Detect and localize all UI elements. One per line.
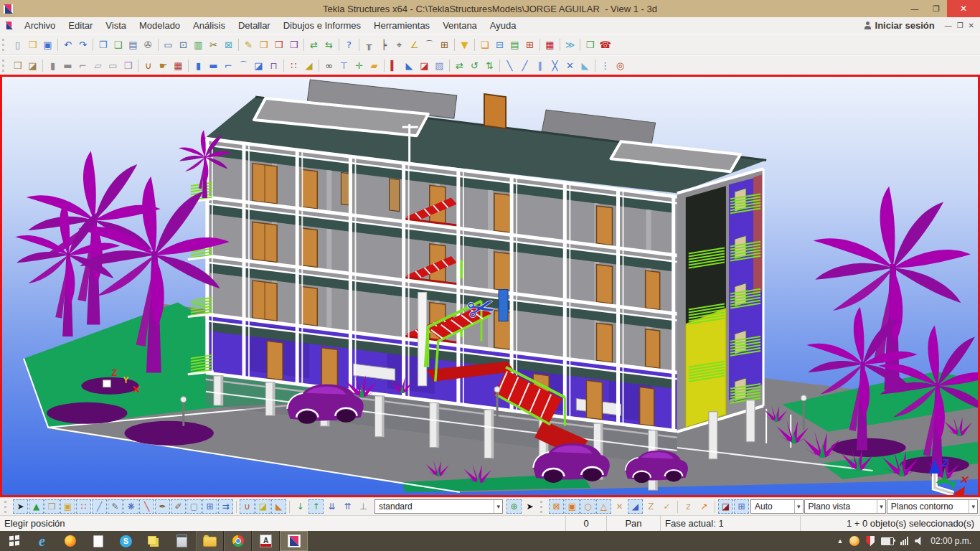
menu-item-archivo[interactable]: Archivo [18,21,62,30]
angle-icon[interactable]: ∠ [407,37,422,52]
select-parts-icon[interactable]: ❒ [44,499,60,514]
sticky-notes-icon[interactable] [140,531,168,551]
select-reinforcement-icon[interactable]: ◪ [255,499,270,514]
concrete-slab-icon[interactable]: ▱ [90,58,105,73]
rotate-icon[interactable]: ↺ [467,58,482,73]
network-signal-icon[interactable] [900,537,908,545]
select-points-icon[interactable]: ∷ [76,499,91,514]
rebar-bar-icon[interactable]: ▍ [387,58,402,73]
snap-settings-icon[interactable]: ✛ [352,58,367,73]
sync-model-icon[interactable]: ⇆ [321,37,336,52]
tray-expand-icon[interactable]: ▲ [837,538,843,545]
calculator-icon[interactable] [168,531,196,551]
firefox-icon[interactable] [56,531,84,551]
select-object-level-icon[interactable]: ⊥ [356,499,371,514]
copy-special-icon[interactable]: ❑ [110,37,126,52]
cut-icon[interactable]: ✂ [206,37,221,52]
select-objects-in-components-icon[interactable]: ▣ [60,499,75,514]
minimize-button[interactable]: — [904,0,925,17]
move-icon[interactable]: ⇄ [452,58,467,73]
snap-confirm-icon[interactable]: ✓ [659,499,674,514]
select-cuts-icon[interactable]: ╲ [139,499,154,514]
concrete-panel-icon[interactable]: ▭ [105,58,121,73]
undo-icon[interactable]: ↶ [60,37,75,52]
antivirus-tray-icon[interactable] [849,536,859,546]
snap-centers-icon[interactable]: ○ [580,499,595,514]
menu-item-detallar[interactable]: Detallar [232,21,277,30]
support-icon[interactable]: ☎ [598,37,613,52]
select-component-down-icon[interactable]: ⇊ [324,499,339,514]
snap-extension-icon[interactable]: ✕ [562,58,578,73]
view-list-icon[interactable]: ▥ [191,37,206,52]
doc-minimize-icon[interactable]: — [945,22,952,29]
bolts-icon[interactable]: ∷ [286,58,301,73]
menu-item-ayuda[interactable]: Ayuda [484,21,523,30]
phase-filter-icon[interactable]: ⊕ [507,499,522,514]
work-plane-icon[interactable]: ⊤ [336,58,352,73]
spools-icon[interactable]: ▦ [542,37,557,52]
snap-intersections-icon[interactable]: ✕ [612,499,627,514]
menu-item-ventana[interactable]: Ventana [436,21,484,30]
selection-filter-dropdown[interactable]: standard ▾ [374,499,503,514]
clipboard-icon[interactable]: ✇ [141,37,156,52]
select-components-icon[interactable]: ▲ [29,499,44,514]
profile-catalog-icon[interactable]: ❒ [256,37,271,52]
rebar-mesh-icon[interactable]: ◪ [417,58,432,73]
select-filters-icon[interactable]: ⇉ [218,499,233,514]
point-icon[interactable]: ⌖ [392,37,407,52]
snap-midpoints-icon[interactable]: △ [596,499,611,514]
select-grids-icon[interactable]: ╱ [92,499,107,514]
grid-plane-icon[interactable]: ⊞ [437,37,452,52]
more-tools-icon[interactable]: ≫ [562,37,578,52]
menu-item-vista[interactable]: Vista [99,21,133,30]
applications-icon[interactable]: ❒ [286,37,301,52]
concrete-item-icon[interactable]: ❒ [121,58,136,73]
import-icon[interactable]: ❒ [583,37,598,52]
select-bolts-icon[interactable]: ∪ [240,499,255,514]
mesh-icon[interactable]: ▦ [171,58,186,73]
grid-line-icon[interactable]: ╞ [377,37,392,52]
object-browser-icon[interactable]: ⊟ [492,37,507,52]
new-model-icon[interactable]: ▯ [10,37,25,52]
concrete-beam-icon[interactable]: ▬ [60,58,75,73]
report-icon[interactable]: ▤ [507,37,522,52]
redo-icon[interactable]: ↷ [75,37,90,52]
snap-points-icon[interactable]: ⊠ [549,499,564,514]
grid-snap-icon[interactable]: ⊞ [734,499,749,514]
object-properties-icon[interactable]: ✎ [241,37,256,52]
new-view-icon[interactable]: ▭ [161,37,176,52]
select-assembly-up-icon[interactable]: ↑ [308,499,324,514]
open-model-icon[interactable]: ❒ [25,37,40,52]
close-button[interactable]: ✕ [947,0,980,17]
skype-icon[interactable]: S [112,531,140,551]
chrome-icon[interactable] [224,531,252,551]
snap-line-ends-icon[interactable]: Z [644,499,659,514]
menu-item-editar[interactable]: Editar [62,21,99,30]
paste-icon[interactable]: ▤ [126,37,141,52]
toolbar-grip[interactable] [4,501,9,513]
select-surfaces-icon[interactable]: ◣ [271,499,286,514]
snap-intersection-icon[interactable]: ╳ [547,58,562,73]
pin-icon[interactable]: ▼ [457,37,472,52]
task-manager-icon[interactable]: ⊞ [522,37,537,52]
save-model-icon[interactable]: ▣ [40,37,55,52]
menu-item-dibujos-e-informes[interactable]: Dibujos e Informes [277,21,367,30]
sign-in[interactable]: Iniciar sesión [864,20,935,31]
steel-beam-icon[interactable]: ▬ [206,58,221,73]
anchor-bolt-icon[interactable]: ∪ [141,58,156,73]
work-area-icon[interactable]: ▰ [367,58,382,73]
view-plane-dropdown[interactable]: Plano vista ▾ [804,499,886,514]
select-component-up-icon[interactable]: ⇈ [340,499,355,514]
snap-nearest-icon[interactable]: ◣ [578,58,593,73]
snap-parallel-icon[interactable]: ∥ [532,58,547,73]
select-assembly-down-icon[interactable]: ↓ [293,499,308,514]
layers-icon[interactable]: ❏ [477,37,492,52]
notepad-icon[interactable] [84,531,112,551]
snap-endpoint-icon[interactable]: ╲ [502,58,517,73]
select-welds-icon[interactable]: ❋ [123,499,138,514]
pointer-mode-icon[interactable]: ➤ [522,499,537,514]
copy-icon[interactable]: ❐ [95,37,110,52]
weld-icon[interactable]: ◢ [301,58,316,73]
select-distances-icon[interactable]: ⊞ [202,499,217,514]
viewport-3d[interactable]: ✂ Z Y ✕ Z ✕ [0,75,980,497]
